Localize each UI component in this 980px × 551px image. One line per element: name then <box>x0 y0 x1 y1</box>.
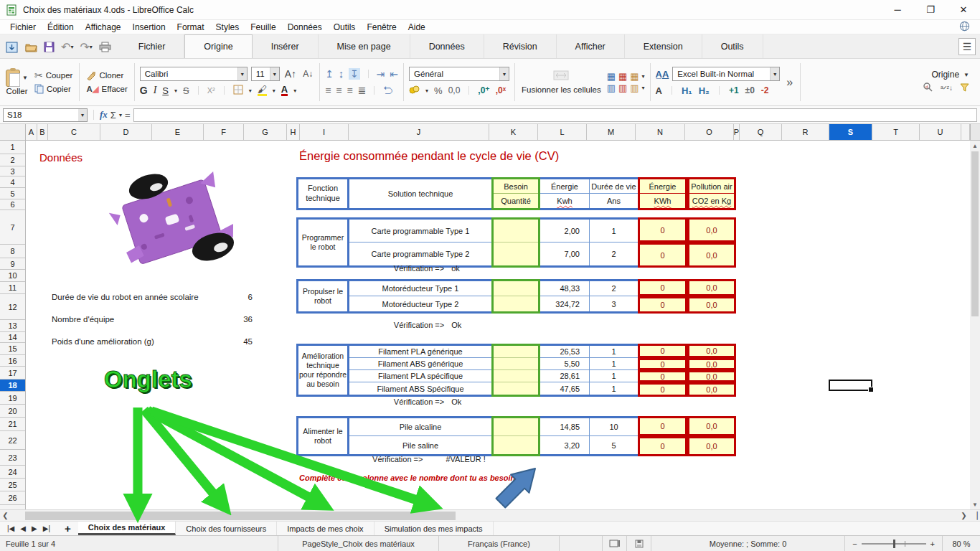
column-header-N[interactable]: N <box>636 124 685 140</box>
row-header-8[interactable]: 8 <box>0 245 25 258</box>
menu-item[interactable]: Fenêtre <box>361 21 402 34</box>
row-header-18[interactable]: 18 <box>0 380 25 392</box>
equals-icon[interactable]: = <box>125 110 131 121</box>
besoin-cell[interactable] <box>494 418 538 436</box>
ribbon-tab-données[interactable]: Données <box>410 34 484 58</box>
vertical-scroll-thumb[interactable] <box>971 151 979 316</box>
menu-item[interactable]: Édition <box>42 21 80 34</box>
center-vertically-icon[interactable]: ↨ <box>339 68 344 80</box>
superscript-button[interactable]: X² <box>207 86 215 95</box>
besoin-cell[interactable] <box>494 436 538 454</box>
stats-status[interactable]: Moyenne: ; Somme: 0 <box>651 536 845 551</box>
heading2-style-button[interactable]: H₂ <box>699 85 710 96</box>
besoin-cell[interactable] <box>494 242 538 265</box>
parameter-value[interactable]: 45 <box>231 337 253 346</box>
sheet-tab-impacts-de-mes-choix[interactable]: Impacts de mes choix <box>277 522 374 535</box>
scroll-right-icon[interactable]: ❯ <box>958 512 969 519</box>
column-header-B[interactable]: B <box>37 124 48 140</box>
add-sheet-icon[interactable]: + <box>57 522 78 535</box>
select-all-corner[interactable] <box>0 124 26 140</box>
ribbon-tab-mise-en-page[interactable]: Mise en page <box>319 34 410 58</box>
align-top-icon[interactable]: ↥ <box>325 68 334 80</box>
add-decimal-icon[interactable]: ,0⁺ <box>478 85 489 95</box>
column-header-L[interactable]: L <box>538 124 587 140</box>
document-modified-icon[interactable] <box>627 536 651 551</box>
percent-format-button[interactable]: % <box>434 85 443 96</box>
delete-column-icon[interactable]: ▥ <box>618 83 627 93</box>
maximize-icon[interactable]: ❐ <box>914 0 947 19</box>
decrease-indent-icon[interactable]: ⇤ <box>390 68 398 80</box>
row-header-22[interactable]: 22 <box>0 431 25 450</box>
delete-decimal-icon[interactable]: ,0ˣ <box>496 85 506 95</box>
character-style-icon[interactable]: A̲A <box>656 69 669 80</box>
menu-item[interactable]: Données <box>282 21 328 34</box>
good-style-button[interactable]: +1 <box>729 85 739 95</box>
besoin-cell[interactable] <box>494 220 538 242</box>
row-header-9[interactable]: 9 <box>0 258 25 270</box>
column-header-I[interactable]: I <box>300 124 349 140</box>
ribbon-tab-révision[interactable]: Révision <box>484 34 557 58</box>
align-left-icon[interactable]: ≡ <box>325 85 331 96</box>
row-header-17[interactable]: 17 <box>0 367 25 380</box>
paste-button[interactable]: ▼ Coller <box>3 60 31 104</box>
row-header-13[interactable]: 13 <box>0 320 25 332</box>
parameter-value[interactable]: 6 <box>231 293 253 301</box>
besoin-cell[interactable] <box>494 296 538 311</box>
row-header-19[interactable]: 19 <box>0 392 25 405</box>
row-header-12[interactable]: 12 <box>0 294 25 320</box>
menu-item[interactable]: Insertion <box>127 21 171 34</box>
row-header-7[interactable]: 7 <box>0 210 25 245</box>
sheet-tab-choix-des-matériaux[interactable]: Choix des matériaux <box>78 522 176 535</box>
column-header-C[interactable]: C <box>48 124 100 140</box>
row-header-24[interactable]: 24 <box>0 466 25 479</box>
menu-item[interactable]: Aide <box>402 21 431 34</box>
sheet-canvas[interactable]: Données <box>26 141 970 509</box>
cut-button[interactable]: ✂Couper <box>33 70 74 81</box>
cell-cursor-s18[interactable] <box>829 380 872 391</box>
besoin-cell[interactable] <box>494 358 538 370</box>
ribbon-tab-fichier[interactable]: Fichier <box>120 34 185 58</box>
copy-button[interactable]: Copier <box>33 83 74 95</box>
bad-style-button[interactable]: -2 <box>761 85 769 95</box>
hamburger-icon[interactable]: ☰ <box>958 38 976 55</box>
horizontal-scroll-thumb[interactable] <box>25 512 456 520</box>
zoom-level[interactable]: 80 % <box>943 536 980 551</box>
close-icon[interactable]: ✕ <box>947 0 980 19</box>
row-header-10[interactable]: 10 <box>0 270 25 282</box>
insert-column-icon[interactable]: ▥ <box>607 83 616 93</box>
row-header-15[interactable]: 15 <box>0 343 25 355</box>
function-wizard-icon[interactable]: fx <box>100 109 108 121</box>
ribbon-tab-outils[interactable]: Outils <box>702 34 763 58</box>
ribbon-tab-afficher[interactable]: Afficher <box>557 34 625 58</box>
font-size-combo[interactable]: 11▾ <box>251 67 280 81</box>
vertical-scrollbar[interactable]: ▲ ▼ <box>970 141 980 509</box>
align-right-icon[interactable]: ≡ <box>347 85 352 96</box>
print-icon[interactable] <box>99 42 111 52</box>
zoom-slider-thumb[interactable] <box>893 540 895 548</box>
row-menu-icon[interactable]: ▦ <box>630 72 639 81</box>
scroll-down-icon[interactable]: ▼ <box>970 499 980 509</box>
scroll-up-icon[interactable]: ▲ <box>970 141 980 151</box>
align-bottom-icon[interactable]: ↧ <box>349 68 360 80</box>
last-sheet-icon[interactable]: ▶| <box>43 524 50 532</box>
ribbon-tab-extension[interactable]: Extension <box>625 34 702 58</box>
row-header-25[interactable]: 25 <box>0 479 25 491</box>
scroll-left-icon[interactable]: ❮ <box>0 512 11 519</box>
horizontal-scrollbar[interactable]: ❮ ❯ ▕ <box>0 509 980 521</box>
column-header-U[interactable]: U <box>920 124 961 140</box>
ribbon-tab-insérer[interactable]: Insérer <box>253 34 319 58</box>
menu-item[interactable]: Fichier <box>4 21 42 34</box>
formula-input[interactable] <box>133 108 978 122</box>
zoom-out-icon[interactable]: − <box>852 540 857 548</box>
row-header-11[interactable]: 11 <box>0 282 25 294</box>
context-selector[interactable]: Origine▼ <box>931 70 969 80</box>
sort-icon[interactable]: ᵃ𝄍ᶻ↓ <box>941 84 953 93</box>
highlight-color-icon[interactable]: 🖌 <box>258 85 267 96</box>
row-header-20[interactable]: 20 <box>0 405 25 418</box>
page-style-status[interactable]: PageStyle_Choix des matériaux <box>278 536 439 551</box>
number-format-combo[interactable]: Général▾ <box>409 67 509 81</box>
column-menu-icon[interactable]: ▥ <box>630 83 639 93</box>
sheet-tab-simulation-des-mes-impacts[interactable]: Simulation des mes impacts <box>374 522 494 535</box>
column-header-F[interactable]: F <box>204 124 244 140</box>
heading1-style-button[interactable]: H₁ <box>682 85 692 96</box>
